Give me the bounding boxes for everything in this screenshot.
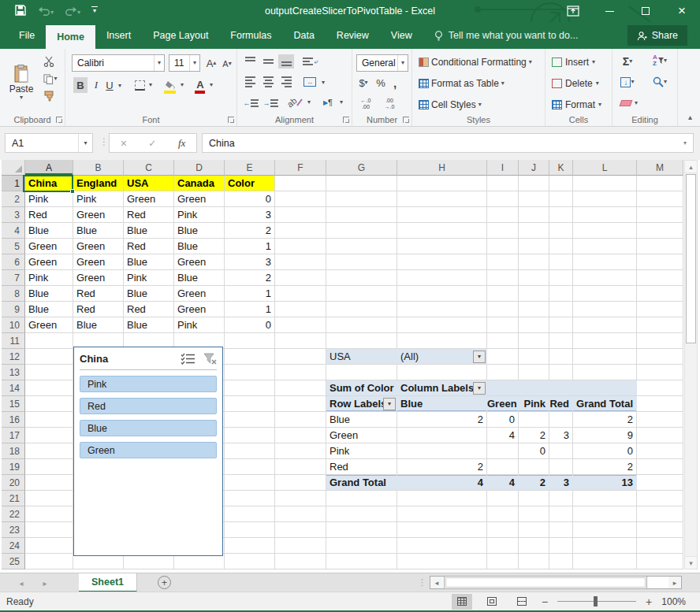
column-header-M[interactable]: M: [637, 160, 683, 176]
cell-J11[interactable]: [519, 333, 549, 349]
cell-B25[interactable]: [73, 554, 124, 569]
cell-J10[interactable]: [519, 317, 549, 333]
cell-G15[interactable]: Row Labels▾: [326, 396, 397, 412]
cell-D7[interactable]: Blue: [174, 270, 225, 286]
cell-K17[interactable]: 3: [549, 428, 573, 443]
cell-A3[interactable]: Red: [25, 207, 73, 223]
cell-J4[interactable]: [519, 223, 549, 239]
cell-G14[interactable]: Sum of Color: [326, 380, 397, 396]
format-as-table-button[interactable]: Format as Table ▾: [419, 76, 505, 91]
cell-F22[interactable]: [275, 506, 326, 522]
tab-formulas[interactable]: Formulas: [219, 22, 282, 49]
cell-E25[interactable]: [225, 554, 275, 569]
tab-insert[interactable]: Insert: [95, 22, 142, 49]
cell-A8[interactable]: Blue: [25, 286, 73, 302]
cell-A22[interactable]: [25, 506, 73, 522]
sort-filter-button[interactable]: AZ ▾: [647, 53, 672, 69]
cell-C6[interactable]: Blue: [124, 254, 174, 270]
select-all-corner[interactable]: [2, 160, 25, 176]
cell-F4[interactable]: [275, 223, 326, 239]
cell-L16[interactable]: 2: [573, 412, 637, 428]
maximize-button[interactable]: [627, 0, 664, 22]
cell-K4[interactable]: [549, 223, 573, 239]
cut-button[interactable]: [41, 55, 57, 68]
row-header-9[interactable]: 9: [2, 302, 25, 317]
cell-styles-button[interactable]: Cell Styles ▾: [419, 98, 482, 112]
merge-center-button[interactable]: ↔: [302, 75, 318, 89]
cell-E6[interactable]: 3: [225, 254, 275, 270]
cell-E13[interactable]: [225, 365, 275, 380]
cell-M12[interactable]: [637, 349, 683, 365]
row-header-25[interactable]: 25: [2, 554, 25, 569]
cell-C10[interactable]: Blue: [124, 317, 174, 333]
page-break-view-button[interactable]: [512, 594, 532, 610]
cell-G17[interactable]: Green: [326, 428, 397, 443]
cell-F2[interactable]: [275, 191, 326, 207]
sheet-tab-sheet1[interactable]: Sheet1: [79, 573, 137, 592]
cell-K8[interactable]: [549, 286, 573, 302]
cell-F15[interactable]: [275, 396, 326, 412]
cell-M17[interactable]: [637, 428, 683, 443]
cell-H9[interactable]: [397, 302, 487, 317]
cell-K20[interactable]: 3: [549, 475, 573, 491]
row-header-22[interactable]: 22: [2, 506, 25, 522]
decrease-decimal-button[interactable]: .00→.0: [379, 96, 400, 112]
cell-B9[interactable]: Red: [73, 302, 124, 317]
cell-H12[interactable]: (All)▾: [397, 349, 487, 365]
clipboard-dialog-launcher[interactable]: [56, 117, 62, 123]
cell-F6[interactable]: [275, 254, 326, 270]
cell-G19[interactable]: Red: [326, 459, 397, 475]
column-header-A[interactable]: A: [25, 160, 73, 176]
cell-F24[interactable]: [275, 538, 326, 554]
cell-F25[interactable]: [275, 554, 326, 569]
cell-G6[interactable]: [326, 254, 397, 270]
cell-E1[interactable]: Color: [225, 176, 275, 191]
cell-F12[interactable]: [275, 349, 326, 365]
cell-J2[interactable]: [519, 191, 549, 207]
accounting-format-button[interactable]: $▾: [356, 76, 370, 90]
cell-L14[interactable]: [573, 380, 637, 396]
cell-J17[interactable]: 2: [519, 428, 549, 443]
cell-H7[interactable]: [397, 270, 487, 286]
normal-view-button[interactable]: [452, 594, 472, 610]
insert-function-icon[interactable]: fx: [178, 137, 185, 150]
cell-L25[interactable]: [573, 554, 637, 569]
cell-G3[interactable]: [326, 207, 397, 223]
slicer-item-green[interactable]: Green: [80, 442, 217, 458]
cell-I22[interactable]: [487, 506, 519, 522]
underline-caret[interactable]: ▾: [116, 79, 124, 93]
cell-L17[interactable]: 9: [573, 428, 637, 443]
cell-E17[interactable]: [225, 428, 275, 443]
column-header-B[interactable]: B: [73, 160, 124, 176]
cell-E18[interactable]: [225, 443, 275, 459]
cell-K22[interactable]: [549, 506, 573, 522]
cell-H24[interactable]: [397, 538, 487, 554]
cell-A20[interactable]: [25, 475, 73, 491]
cell-G16[interactable]: Blue: [326, 412, 397, 428]
cell-A6[interactable]: Green: [25, 254, 73, 270]
cell-F3[interactable]: [275, 207, 326, 223]
cell-A18[interactable]: [25, 443, 73, 459]
cell-I19[interactable]: [487, 459, 519, 475]
cell-G2[interactable]: [326, 191, 397, 207]
cell-F8[interactable]: [275, 286, 326, 302]
cell-E5[interactable]: 1: [225, 239, 275, 254]
cell-F23[interactable]: [275, 522, 326, 538]
cell-A13[interactable]: [25, 365, 73, 380]
cell-D5[interactable]: Blue: [174, 239, 225, 254]
column-header-E[interactable]: E: [225, 160, 275, 176]
row-header-11[interactable]: 11: [2, 333, 25, 349]
cell-E16[interactable]: [225, 412, 275, 428]
top-align-button[interactable]: [242, 54, 258, 69]
row-header-2[interactable]: 2: [2, 191, 25, 207]
cell-K16[interactable]: [549, 412, 573, 428]
row-header-7[interactable]: 7: [2, 270, 25, 286]
copy-button[interactable]: ▾: [39, 72, 61, 85]
number-format-combo[interactable]: General ▾: [356, 54, 408, 72]
tab-home[interactable]: Home: [46, 25, 95, 49]
cell-F14[interactable]: [275, 380, 326, 396]
cell-A19[interactable]: [25, 459, 73, 475]
percent-style-button[interactable]: %: [374, 76, 387, 90]
cell-H10[interactable]: [397, 317, 487, 333]
tab-data[interactable]: Data: [282, 22, 325, 49]
